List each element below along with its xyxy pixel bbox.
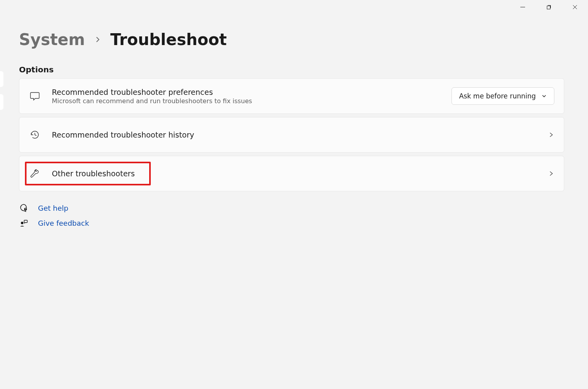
breadcrumb-parent[interactable]: System	[19, 30, 85, 49]
chevron-right-icon	[548, 170, 554, 177]
section-heading: Options	[19, 65, 564, 74]
sidebar-peek	[0, 71, 4, 117]
chevron-right-icon	[548, 132, 554, 138]
card-subtitle: Microsoft can recommend and run troubles…	[52, 97, 440, 105]
card-title: Recommended troubleshooter preferences	[52, 88, 440, 96]
card-text: Other troubleshooters	[52, 169, 537, 178]
page-title: Troubleshoot	[110, 30, 227, 49]
card-text: Recommended troubleshooter history	[52, 130, 537, 139]
card-troubleshooter-history[interactable]: Recommended troubleshooter history	[19, 117, 564, 153]
chevron-down-icon	[541, 93, 547, 99]
support-links: Get help Give feedback	[19, 203, 564, 228]
card-other-troubleshooters[interactable]: Other troubleshooters	[19, 156, 564, 191]
preferences-dropdown[interactable]: Ask me before running	[451, 87, 554, 105]
help-icon	[19, 203, 28, 213]
history-icon	[29, 129, 41, 141]
give-feedback-link[interactable]: Give feedback	[19, 218, 564, 228]
link-text: Get help	[38, 204, 68, 212]
get-help-link[interactable]: Get help	[19, 203, 564, 213]
sidebar-item-peek	[0, 94, 4, 110]
card-text: Recommended troubleshooter preferences M…	[52, 88, 440, 105]
page-content: System Troubleshoot Options Recommended …	[19, 28, 564, 228]
dropdown-value: Ask me before running	[459, 92, 536, 100]
breadcrumb: System Troubleshoot	[19, 28, 564, 51]
card-title: Recommended troubleshooter history	[52, 130, 537, 139]
window-caption	[510, 0, 588, 14]
feedback-icon	[19, 218, 28, 228]
chevron-right-icon	[94, 36, 102, 43]
minimize-icon	[520, 4, 525, 10]
card-title: Other troubleshooters	[52, 169, 537, 178]
wrench-icon	[29, 168, 41, 179]
svg-rect-7	[24, 220, 27, 223]
maximize-icon	[546, 4, 552, 10]
chat-bubble-icon	[29, 90, 41, 102]
link-text: Give feedback	[38, 219, 89, 227]
close-icon	[572, 4, 578, 10]
svg-rect-1	[547, 6, 550, 9]
sidebar-item-peek	[0, 71, 4, 87]
close-button[interactable]	[562, 0, 588, 14]
minimize-button[interactable]	[510, 0, 536, 14]
svg-point-6	[21, 222, 23, 224]
card-troubleshooter-preferences: Recommended troubleshooter preferences M…	[19, 78, 564, 114]
maximize-button[interactable]	[536, 0, 562, 14]
svg-point-5	[25, 210, 26, 210]
